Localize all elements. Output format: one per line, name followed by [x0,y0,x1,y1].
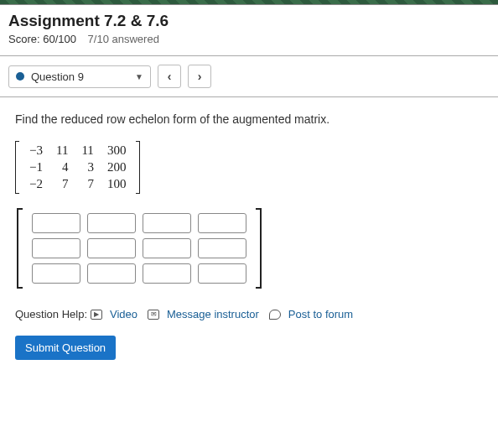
submit-question-button[interactable]: Submit Question [15,336,116,360]
answer-cell-2-1[interactable] [87,263,136,284]
answer-cell-0-0[interactable] [32,213,80,233]
answer-row [32,213,246,233]
post-forum-link[interactable]: Post to forum [288,308,353,320]
matrix-cell: 300 [102,143,132,158]
score-line: Score: 60/100 7/10 answered [8,33,490,45]
video-icon: ▶ [91,310,102,320]
left-bracket-icon [17,208,23,289]
question-content: Find the reduced row echelon form of the… [0,97,498,368]
matrix-cell: 7 [76,177,98,191]
matrix-row: −2 7 7 100 [24,177,131,191]
answer-cell-1-2[interactable] [143,238,191,258]
answer-cell-1-0[interactable] [32,238,80,258]
message-instructor-link[interactable]: Message instructor [167,308,259,320]
answer-matrix [15,208,263,289]
matrix-cell: −2 [24,177,48,191]
help-label: Question Help: [15,308,87,320]
answer-row [32,263,246,284]
matrix-cell: 4 [51,160,73,175]
matrix-cell: 200 [102,160,132,175]
given-matrix: −3 11 11 300 −1 4 3 200 −2 7 7 100 [15,141,140,194]
answer-cell-1-1[interactable] [87,238,136,258]
answer-row [32,238,246,258]
assignment-title: Assignment 7.2 & 7.6 [8,12,490,30]
matrix-cell: 11 [51,143,73,158]
answer-cell-0-3[interactable] [198,213,246,233]
answer-cell-0-2[interactable] [143,213,191,233]
answered-text: 7/10 answered [88,33,159,45]
matrix-cell: 7 [51,177,73,191]
matrix-cell: −3 [24,143,48,158]
answer-grid [25,208,253,289]
status-dot-icon [16,72,24,81]
answer-cell-2-0[interactable] [32,263,80,284]
chat-icon [269,310,281,320]
help-row: Question Help: ▶ Video ✉ Message instruc… [15,308,483,320]
matrix-row: −3 11 11 300 [24,143,131,158]
matrix-row: −1 4 3 200 [24,160,131,175]
score-text: Score: 60/100 [8,33,76,45]
video-link[interactable]: Video [110,308,137,320]
matrix-grid: −3 11 11 300 −1 4 3 200 −2 7 7 100 [21,141,134,194]
chevron-down-icon: ▼ [135,72,143,81]
prev-question-button[interactable]: ‹ [158,65,181,88]
right-bracket-icon [136,141,140,194]
right-bracket-icon [256,208,262,289]
mail-icon: ✉ [148,310,159,320]
matrix-cell: 100 [102,177,132,191]
assignment-header: Assignment 7.2 & 7.6 Score: 60/100 7/10 … [0,5,498,50]
question-dropdown[interactable]: Question 9 ▼ [8,65,151,88]
left-bracket-icon [15,141,19,194]
answer-cell-0-1[interactable] [87,213,136,233]
matrix-cell: 11 [76,143,98,158]
question-nav-row: Question 9 ▼ ‹ › [0,56,498,97]
matrix-cell: 3 [76,160,98,175]
next-question-button[interactable]: › [188,65,211,88]
answer-cell-2-2[interactable] [143,263,191,284]
answer-cell-2-3[interactable] [198,263,246,284]
question-label: Question 9 [31,70,128,83]
question-prompt: Find the reduced row echelon form of the… [15,112,483,126]
answer-cell-1-3[interactable] [198,238,246,258]
matrix-cell: −1 [24,160,48,175]
